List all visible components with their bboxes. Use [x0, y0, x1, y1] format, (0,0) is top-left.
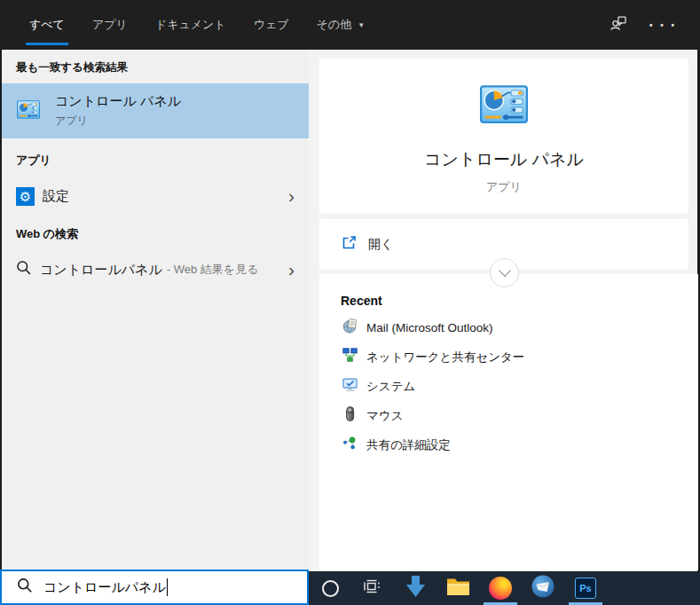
web-section-header: Web の検索 — [2, 216, 309, 250]
control-panel-icon-large — [319, 85, 688, 127]
recent-item-sharing[interactable]: 共有の詳細設定 — [319, 430, 698, 460]
control-panel-icon — [17, 100, 40, 122]
recent-item-system[interactable]: システム — [319, 372, 698, 401]
tab-apps[interactable]: アプリ — [81, 0, 139, 50]
best-match-text: コントロール パネル アプリ — [55, 93, 181, 129]
best-match-title: コントロール パネル — [55, 93, 181, 110]
expand-button[interactable] — [490, 258, 519, 287]
best-match-subtitle: アプリ — [55, 114, 181, 129]
tab-more-label: その他 — [317, 17, 352, 33]
taskbar-task-view-button[interactable] — [351, 571, 394, 605]
tab-web-label: ウェブ — [254, 17, 289, 33]
result-web-search[interactable]: コントロールパネル - Web 結果を見る › — [2, 250, 309, 289]
web-query-label: コントロールパネル — [40, 262, 162, 279]
network-icon — [342, 348, 358, 366]
taskbar-thunderbird-button[interactable] — [522, 571, 564, 605]
arrow-down-icon — [405, 575, 426, 601]
recent-item-mail[interactable]: Mail (Microsoft Outlook) — [319, 313, 698, 342]
preview-panel: コントロール パネル アプリ 開く Recent — [309, 50, 697, 571]
recent-item-label: 共有の詳細設定 — [366, 437, 451, 453]
result-settings[interactable]: ⚙ 設定 › — [2, 177, 309, 216]
apps-section-header: アプリ — [2, 138, 309, 177]
cortana-icon — [322, 580, 339, 597]
recent-item-label: マウス — [366, 408, 403, 424]
taskbar-cortana-button[interactable] — [309, 571, 351, 605]
sharing-icon — [342, 436, 358, 454]
tab-more[interactable]: その他 ▼ — [305, 0, 377, 50]
tab-all-label: すべて — [29, 17, 65, 33]
file-explorer-icon — [446, 577, 470, 600]
recent-item-network[interactable]: ネットワークと共有センター — [319, 342, 698, 372]
taskbar-firefox-button[interactable] — [479, 571, 522, 605]
system-monitor-icon — [342, 377, 358, 396]
chevron-down-icon: ▼ — [358, 21, 365, 29]
tab-documents[interactable]: ドキュメント — [144, 0, 238, 50]
recent-item-label: Mail (Microsoft Outlook) — [366, 321, 493, 334]
taskbar-download-button[interactable] — [394, 571, 437, 605]
search-flyout-window: すべて アプリ ドキュメント ウェブ その他 ▼ — [0, 0, 700, 605]
gear-icon: ⚙ — [16, 187, 35, 206]
tab-web[interactable]: ウェブ — [242, 0, 301, 50]
mail-globe-icon — [342, 318, 358, 337]
recent-item-label: システム — [366, 379, 415, 395]
best-match-header: 最も一致する検索結果 — [2, 50, 309, 83]
tab-all[interactable]: すべて — [18, 0, 76, 50]
open-external-icon — [341, 234, 358, 255]
task-view-icon — [363, 578, 382, 599]
mouse-icon — [342, 406, 358, 425]
preview-title: コントロール パネル — [319, 148, 688, 171]
more-options-icon[interactable]: • • • — [649, 20, 677, 30]
recent-item-label: ネットワークと共有センター — [366, 350, 524, 365]
settings-label: 設定 — [43, 188, 69, 205]
web-hint-label: - Web 結果を見る — [167, 262, 259, 278]
chevron-right-icon[interactable]: › — [288, 260, 295, 279]
open-label: 開く — [368, 237, 393, 253]
taskbar: Ps — [309, 571, 700, 605]
recent-item-mouse[interactable]: マウス — [319, 401, 698, 430]
topbar-actions: • • • — [610, 0, 700, 50]
result-control-panel[interactable]: コントロール パネル アプリ — [2, 83, 309, 138]
recent-card: Recent Mail (Microsoft Outlook) — [319, 274, 698, 570]
chevron-down-icon — [498, 264, 510, 277]
preview-card: コントロール パネル アプリ — [319, 59, 688, 214]
photoshop-icon: Ps — [575, 578, 596, 599]
tab-apps-label: アプリ — [92, 17, 128, 33]
search-input[interactable]: コントロールパネル — [0, 570, 309, 605]
taskbar-file-explorer-button[interactable] — [437, 571, 479, 605]
search-icon — [17, 578, 33, 597]
filter-tabs: すべて アプリ ドキュメント ウェブ その他 ▼ — [0, 0, 376, 50]
results-panel: 最も一致する検索結果 — [2, 50, 309, 570]
chevron-right-icon[interactable]: › — [288, 186, 295, 205]
preview-subtitle: アプリ — [319, 179, 688, 195]
search-filter-bar: すべて アプリ ドキュメント ウェブ その他 ▼ — [0, 0, 700, 50]
tab-documents-label: ドキュメント — [155, 17, 226, 33]
text-cursor — [167, 578, 169, 596]
firefox-icon — [489, 577, 512, 600]
search-icon — [16, 260, 32, 279]
search-input-value: コントロールパネル — [43, 579, 166, 596]
thunderbird-mail-icon — [531, 575, 554, 601]
feedback-icon[interactable] — [610, 14, 628, 36]
taskbar-photoshop-button[interactable]: Ps — [564, 571, 607, 605]
